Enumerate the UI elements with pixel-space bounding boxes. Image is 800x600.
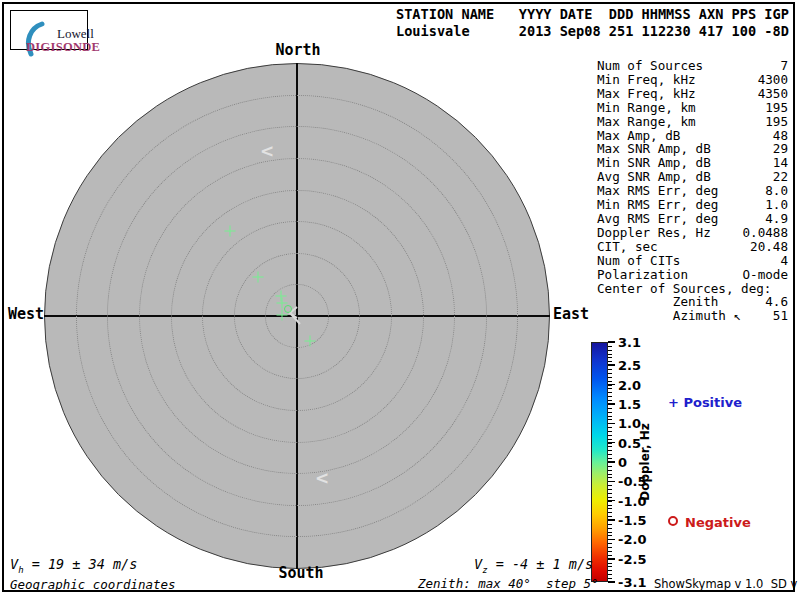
stat-row: Zenith4.6: [597, 295, 788, 309]
stat-label: Max Amp, dB: [597, 129, 680, 143]
stat-value: 1.0: [765, 198, 788, 212]
compass-label-west: West: [8, 305, 42, 323]
header-block: STATION NAME YYYY DATE DDD HHMMSS AXN PP…: [396, 6, 789, 39]
legend-positive: + Positive: [668, 395, 742, 410]
colorbar-major-tick: [608, 481, 615, 483]
stat-value: O-mode: [743, 268, 789, 282]
colorbar-tick-label: 0.5: [618, 435, 641, 450]
stat-row: Max Range, km195: [597, 115, 788, 129]
stat-row: Min RMS Err, deg1.0: [597, 198, 788, 212]
stat-value: 8.0: [765, 184, 788, 198]
stat-label: Avg SNR Amp, dB: [597, 170, 711, 184]
stat-label: Num of Sources: [597, 59, 703, 73]
source-mark-negative: [284, 305, 292, 313]
stat-label: Polarization: [597, 268, 688, 282]
stat-row: Max RMS Err, deg8.0: [597, 184, 788, 198]
stat-label: Max RMS Err, deg: [597, 184, 718, 198]
colorbar-tick-label: 1.5: [618, 396, 641, 411]
stat-row: Avg RMS Err, deg4.9: [597, 212, 788, 226]
stat-row: Avg SNR Amp, dB22: [597, 170, 788, 184]
colorbar-major-tick: [608, 558, 615, 560]
horizontal-velocity-readout: Vh = 19 ± 34 m/s: [10, 556, 137, 575]
colorbar-tick-label: 1.0: [618, 416, 641, 431]
stat-value: 4.9: [765, 212, 788, 226]
colorbar-major-tick: [608, 581, 615, 583]
stat-row: Min Freq, kHz4300: [597, 73, 788, 87]
colorbar-tick-label: -3.1: [618, 575, 646, 590]
colorbar-tick-label: 2.0: [618, 377, 641, 392]
stat-row: Doppler Res, Hz0.0488: [597, 226, 788, 240]
stat-value: 195: [765, 101, 788, 115]
showskymap-window: Lowell DIGISONDE STATION NAME YYYY DATE …: [0, 0, 800, 600]
colorbar-major-tick: [608, 384, 615, 386]
stat-label: Min Freq, kHz: [597, 73, 696, 87]
coordinates-note: Geographic coordinates: [10, 577, 176, 592]
zenith-ring: [76, 95, 519, 538]
stat-label: Max Freq, kHz: [597, 87, 696, 101]
colorbar-major-tick: [608, 519, 615, 521]
stat-value: 4: [780, 254, 788, 268]
stat-label: Azimuth ↖: [597, 309, 741, 323]
stat-label: Center of Sources, deg:: [597, 282, 771, 296]
colorbar-tick-label: -1.0: [618, 493, 646, 508]
colorbar-major-tick: [608, 364, 615, 366]
colorbar-tick-label: -2.5: [618, 551, 646, 566]
stat-label: Min RMS Err, deg: [597, 198, 718, 212]
stat-value: 14: [773, 156, 788, 170]
stat-value: 4.6: [765, 295, 788, 309]
stat-value: 20.48: [750, 240, 788, 254]
ring-chevron-icon: <: [260, 143, 274, 160]
compass-label-south: South: [278, 564, 323, 582]
stat-value: 48: [773, 129, 788, 143]
lowell-digisonde-logo: Lowell DIGISONDE: [10, 10, 88, 50]
legend-negative-label: Negative: [685, 515, 751, 530]
colorbar-tick-label: -0.5: [618, 474, 646, 489]
stat-label: CIT, sec: [597, 240, 658, 254]
stat-value: 7: [780, 59, 788, 73]
stat-row: Min SNR Amp, dB14: [597, 156, 788, 170]
colorbar-major-tick: [608, 403, 615, 405]
colorbar-major-tick: [608, 461, 615, 463]
stat-value: 0.0488: [743, 226, 789, 240]
logo-text-digisonde: DIGISONDE: [26, 40, 100, 55]
stat-row: Azimuth ↖51: [597, 309, 788, 323]
stat-label: Max SNR Amp, dB: [597, 142, 711, 156]
stat-row: PolarizationO-mode: [597, 268, 788, 282]
vertical-velocity-readout: Vz = -4 ± 1 m/s: [474, 556, 593, 575]
stat-value: 22: [773, 170, 788, 184]
header-columns-row: STATION NAME YYYY DATE DDD HHMMSS AXN PP…: [396, 6, 789, 22]
stat-value: 4300: [758, 73, 788, 87]
stat-row: Num of CITs4: [597, 254, 788, 268]
source-mark-positive: [305, 336, 316, 347]
negative-circle-icon: [668, 516, 678, 526]
stat-value: 4350: [758, 87, 788, 101]
stat-row: Num of Sources7: [597, 59, 788, 73]
stat-value: 29: [773, 142, 788, 156]
stat-label: Doppler Res, Hz: [597, 226, 711, 240]
stat-row: Max Amp, dB48: [597, 129, 788, 143]
doppler-colorbar: [591, 342, 608, 582]
stat-label: Max Range, km: [597, 115, 696, 129]
colorbar-tick-label: -1.5: [618, 513, 646, 528]
stat-value: 51: [773, 309, 788, 323]
source-mark-positive: [225, 226, 236, 237]
colorbar-tick-label: -2.0: [618, 532, 646, 547]
colorbar-major-tick: [608, 500, 615, 502]
stat-row: Max Freq, kHz4350: [597, 87, 788, 101]
ring-chevron-icon: <: [315, 470, 329, 487]
colorbar-tick-label: 2.5: [618, 358, 641, 373]
colorbar-major-tick: [608, 341, 615, 343]
stat-label: Num of CITs: [597, 254, 680, 268]
stat-value: 195: [765, 115, 788, 129]
legend-negative: Negative: [668, 515, 751, 530]
stat-label: Min SNR Amp, dB: [597, 156, 711, 170]
stats-panel: Num of Sources7Min Freq, kHz4300Max Freq…: [597, 59, 788, 323]
colorbar-tick-label: 3.1: [618, 335, 641, 350]
source-mark-positive: [253, 272, 264, 283]
colorbar-tick-label: 0: [618, 455, 627, 470]
colorbar-major-tick: [608, 539, 615, 541]
software-version: ShowSkymap v 1.0 SD v 5.1: [654, 577, 800, 591]
zenith-range-note: Zenith: max 40° step 5°: [418, 576, 599, 591]
stat-row: CIT, sec20.48: [597, 240, 788, 254]
stat-row: Center of Sources, deg:: [597, 282, 788, 296]
